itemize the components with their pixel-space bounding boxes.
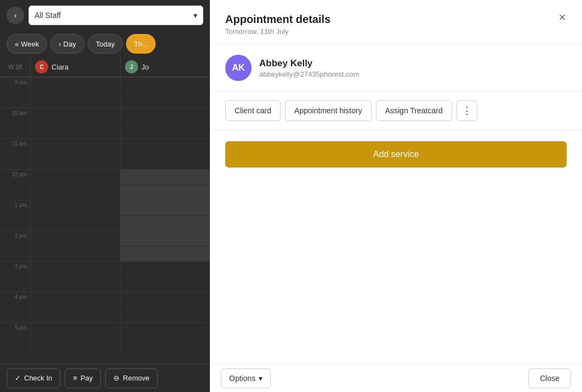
modal-footer: Options ▾ Close (210, 364, 582, 392)
client-details: Abbey Kelly abbeykelly@27435phorest.com (259, 58, 359, 78)
time-row: 30 (0, 338, 210, 353)
staff-col-ciara: C Ciara (30, 57, 120, 77)
time-row: 30 (0, 276, 210, 292)
time-row: 30 (0, 185, 210, 200)
week-button[interactable]: « Week (7, 34, 47, 54)
time-cell-jo[interactable] (120, 124, 210, 139)
time-cell-ciara[interactable] (30, 231, 120, 246)
time-cell-jo-blocked[interactable] (120, 185, 210, 200)
time-cell-jo[interactable] (120, 78, 210, 93)
time-cell-jo[interactable] (120, 139, 210, 154)
modal-header: Appointment details Tomorrow, 11th July (210, 0, 582, 45)
time-cell-jo[interactable] (120, 262, 210, 276)
options-label: Options (229, 374, 255, 383)
time-cell-jo[interactable] (120, 154, 210, 169)
calendar-footer: ✓ Check In ≡ Pay ⊖ Remove (0, 364, 210, 392)
time-label: 5 pm (0, 323, 30, 338)
pay-label: Pay (81, 374, 93, 382)
time-row: 12 pm (0, 169, 210, 185)
back-button[interactable]: ‹ (7, 7, 24, 24)
time-row: 3 pm (0, 261, 210, 276)
time-cell-ciara[interactable] (30, 93, 120, 108)
day-label: Day (64, 40, 76, 48)
time-label: 2 pm (0, 231, 30, 246)
action-buttons-row: Client card Appointment history Assign T… (210, 91, 582, 130)
time-cell-ciara[interactable] (30, 246, 120, 261)
avatar-initials: AK (232, 63, 244, 73)
close-icon[interactable]: × (554, 9, 571, 26)
checkin-button[interactable]: ✓ Check In (7, 368, 60, 388)
day-button[interactable]: ‹ Day (50, 34, 84, 54)
week-label: Week (21, 40, 39, 48)
time-label: 30 (0, 216, 30, 230)
ciara-avatar: C (35, 60, 48, 73)
thu-button: Th... (126, 34, 156, 54)
time-label: 10 am (0, 108, 30, 123)
staff-column-headers: W 28 C Ciara J Jo (0, 57, 210, 77)
time-cell-jo[interactable] (120, 108, 210, 123)
time-row: 30 (0, 93, 210, 108)
time-cell-ciara[interactable] (30, 108, 120, 123)
close-modal-button[interactable]: Close (528, 368, 571, 388)
add-service-button[interactable]: Add service (225, 141, 567, 168)
time-cell-jo[interactable] (120, 292, 210, 307)
calendar-grid: 9 am 30 10 am 30 11 am 30 (0, 77, 210, 364)
time-cell-ciara[interactable] (30, 292, 120, 307)
time-label: 30 (0, 185, 30, 200)
time-cell-ciara[interactable] (30, 323, 120, 338)
time-label: 30 (0, 246, 30, 261)
assign-treatcard-button[interactable]: Assign Treatcard (376, 100, 452, 121)
time-cell-ciara[interactable] (30, 200, 120, 215)
time-cell-ciara[interactable] (30, 78, 120, 93)
ciara-name: Ciara (52, 63, 69, 71)
remove-button[interactable]: ⊖ Remove (105, 368, 157, 388)
time-label: 1 pm (0, 200, 30, 215)
time-cell-jo-blocked[interactable] (120, 170, 210, 185)
modal-body: Add service (210, 130, 582, 364)
time-cell-jo[interactable] (120, 338, 210, 353)
time-cell-ciara[interactable] (30, 338, 120, 353)
time-cell-ciara[interactable] (30, 262, 120, 276)
time-label: 4 pm (0, 292, 30, 307)
avatar: AK (225, 55, 252, 81)
modal-subtitle: Tomorrow, 11th July (225, 27, 567, 36)
time-cell-ciara[interactable] (30, 124, 120, 139)
time-cell-jo[interactable] (120, 323, 210, 338)
time-label: 3 pm (0, 262, 30, 276)
client-name: Abbey Kelly (259, 58, 359, 69)
time-label: 30 (0, 124, 30, 139)
time-cell-ciara[interactable] (30, 308, 120, 322)
appointment-history-button[interactable]: Appointment history (285, 100, 372, 121)
time-cell-jo[interactable] (120, 93, 210, 108)
time-gutter-header: W 28 (0, 57, 30, 77)
pay-button[interactable]: ≡ Pay (65, 368, 101, 388)
client-email: abbeykelly@27435phorest.com (259, 70, 359, 78)
remove-label: Remove (123, 374, 149, 382)
time-cell-ciara[interactable] (30, 185, 120, 200)
time-cell-ciara[interactable] (30, 139, 120, 154)
time-cell-ciara[interactable] (30, 154, 120, 169)
time-cell-jo-blocked[interactable] (120, 246, 210, 261)
time-cell-jo[interactable] (120, 277, 210, 292)
time-cell-ciara[interactable] (30, 216, 120, 230)
client-card-button[interactable]: Client card (225, 100, 281, 121)
chevron-left-icon: « (15, 40, 19, 48)
jo-name: Jo (141, 63, 149, 71)
today-button[interactable]: Today (88, 34, 123, 54)
staff-dropdown[interactable]: All Staff ▾ (28, 5, 203, 25)
checkmark-icon: ✓ (15, 374, 21, 382)
time-cell-jo-blocked[interactable] (120, 231, 210, 246)
options-button[interactable]: Options ▾ (221, 368, 271, 388)
time-cell-ciara[interactable] (30, 170, 120, 185)
time-cell-jo-blocked[interactable] (120, 216, 210, 230)
time-cell-jo-blocked[interactable] (120, 200, 210, 215)
modal-title: Appointment details (225, 13, 567, 26)
checkin-label: Check In (24, 374, 52, 382)
staff-col-jo: J Jo (120, 57, 210, 77)
time-cell-ciara[interactable] (30, 277, 120, 292)
time-label: 9 am (0, 78, 30, 93)
pay-icon: ≡ (73, 374, 77, 382)
more-options-button[interactable]: ⋮ (457, 100, 477, 121)
time-cell-jo[interactable] (120, 308, 210, 322)
time-row: 30 (0, 246, 210, 261)
